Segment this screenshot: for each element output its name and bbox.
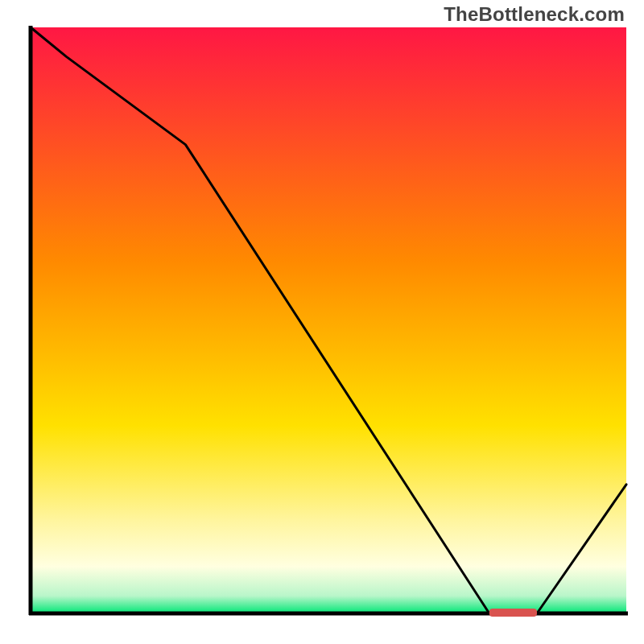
optimal-marker (489, 609, 537, 617)
watermark-label: TheBottleneck.com (444, 3, 625, 26)
bottleneck-chart: TheBottleneck.com (0, 0, 644, 644)
plot-area (31, 27, 626, 613)
chart-svg (0, 0, 644, 644)
